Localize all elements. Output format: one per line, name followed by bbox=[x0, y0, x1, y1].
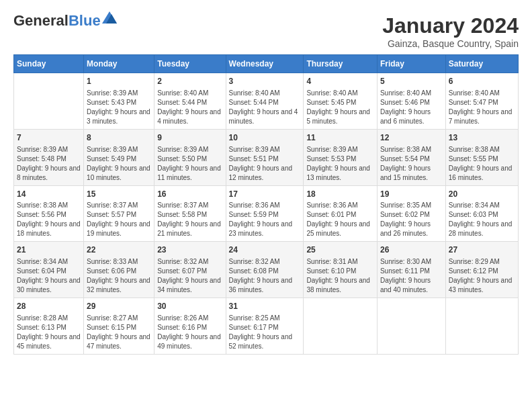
day-cell: 19Sunrise: 8:35 AMSunset: 6:02 PMDayligh… bbox=[377, 185, 445, 242]
header-sunday: Sunday bbox=[14, 55, 84, 73]
day-number: 10 bbox=[229, 132, 301, 144]
sunset: Sunset: 6:08 PM bbox=[229, 267, 301, 276]
daylight: Daylight: 9 hours and 10 minutes. bbox=[87, 164, 151, 183]
daylight: Daylight: 9 hours and 15 minutes. bbox=[380, 164, 443, 183]
day-cell: 9Sunrise: 8:39 AMSunset: 5:50 PMDaylight… bbox=[154, 129, 226, 185]
day-number: 7 bbox=[17, 132, 81, 144]
sunrise: Sunrise: 8:40 AM bbox=[306, 89, 374, 98]
daylight: Daylight: 9 hours and 5 minutes. bbox=[306, 107, 374, 126]
daylight: Daylight: 9 hours and 23 minutes. bbox=[229, 220, 301, 238]
header-saturday: Saturday bbox=[445, 55, 518, 73]
day-cell: 24Sunrise: 8:32 AMSunset: 6:08 PMDayligh… bbox=[226, 242, 304, 298]
sunrise: Sunrise: 8:34 AM bbox=[17, 257, 81, 267]
week-row-5: 28Sunrise: 8:28 AMSunset: 6:13 PMDayligh… bbox=[14, 298, 519, 355]
daylight: Daylight: 9 hours and 11 minutes. bbox=[157, 164, 222, 183]
day-number: 22 bbox=[87, 244, 151, 256]
day-cell: 1Sunrise: 8:39 AMSunset: 5:43 PMDaylight… bbox=[84, 73, 154, 130]
sunset: Sunset: 6:10 PM bbox=[306, 267, 374, 276]
daylight: Daylight: 9 hours and 43 minutes. bbox=[449, 276, 515, 295]
day-cell: 22Sunrise: 8:33 AMSunset: 6:06 PMDayligh… bbox=[84, 242, 154, 298]
header-friday: Friday bbox=[377, 55, 445, 73]
sunset: Sunset: 6:04 PM bbox=[17, 267, 81, 276]
day-cell: 16Sunrise: 8:37 AMSunset: 5:58 PMDayligh… bbox=[154, 185, 226, 242]
day-cell: 2Sunrise: 8:40 AMSunset: 5:44 PMDaylight… bbox=[154, 73, 226, 130]
day-number: 26 bbox=[380, 244, 443, 256]
page-header: GeneralBlue January 2024 Gainza, Basque … bbox=[13, 13, 519, 49]
header-monday: Monday bbox=[84, 55, 154, 73]
day-cell: 17Sunrise: 8:36 AMSunset: 5:59 PMDayligh… bbox=[226, 185, 304, 242]
day-number: 5 bbox=[380, 76, 443, 87]
day-number: 3 bbox=[229, 76, 301, 87]
sunset: Sunset: 6:07 PM bbox=[157, 267, 222, 276]
day-number: 15 bbox=[87, 189, 151, 200]
day-cell: 31Sunrise: 8:25 AMSunset: 6:17 PMDayligh… bbox=[226, 298, 304, 355]
day-number: 29 bbox=[87, 301, 151, 312]
daylight: Daylight: 9 hours and 21 minutes. bbox=[157, 220, 222, 238]
logo-text: GeneralBlue bbox=[13, 13, 101, 28]
sunrise: Sunrise: 8:36 AM bbox=[306, 201, 374, 210]
subtitle: Gainza, Basque Country, Spain bbox=[382, 38, 519, 49]
daylight: Daylight: 9 hours and 19 minutes. bbox=[87, 220, 151, 238]
sunset: Sunset: 5:45 PM bbox=[306, 98, 374, 107]
sunset: Sunset: 5:55 PM bbox=[449, 154, 515, 164]
sunset: Sunset: 6:15 PM bbox=[87, 323, 151, 332]
sunrise: Sunrise: 8:28 AM bbox=[17, 314, 81, 323]
day-cell: 12Sunrise: 8:38 AMSunset: 5:54 PMDayligh… bbox=[377, 129, 445, 185]
week-row-2: 7Sunrise: 8:39 AMSunset: 5:48 PMDaylight… bbox=[14, 129, 519, 185]
sunrise: Sunrise: 8:34 AM bbox=[449, 201, 515, 210]
sunrise: Sunrise: 8:40 AM bbox=[157, 89, 222, 98]
sunset: Sunset: 5:58 PM bbox=[157, 210, 222, 220]
sunrise: Sunrise: 8:39 AM bbox=[87, 89, 151, 98]
day-cell: 13Sunrise: 8:38 AMSunset: 5:55 PMDayligh… bbox=[445, 129, 518, 185]
daylight: Daylight: 9 hours and 12 minutes. bbox=[229, 164, 301, 183]
day-number: 4 bbox=[306, 76, 374, 87]
sunset: Sunset: 5:56 PM bbox=[17, 210, 81, 220]
daylight: Daylight: 9 hours and 8 minutes. bbox=[17, 164, 81, 183]
day-cell: 25Sunrise: 8:31 AMSunset: 6:10 PMDayligh… bbox=[304, 242, 378, 298]
sunset: Sunset: 6:11 PM bbox=[380, 267, 443, 276]
daylight: Daylight: 9 hours and 25 minutes. bbox=[306, 220, 374, 238]
sunrise: Sunrise: 8:40 AM bbox=[380, 89, 443, 98]
day-cell: 26Sunrise: 8:30 AMSunset: 6:11 PMDayligh… bbox=[377, 242, 445, 298]
sunset: Sunset: 6:17 PM bbox=[229, 323, 301, 332]
day-number: 12 bbox=[380, 132, 443, 144]
header-thursday: Thursday bbox=[304, 55, 378, 73]
sunrise: Sunrise: 8:38 AM bbox=[449, 145, 515, 154]
day-number: 1 bbox=[87, 76, 151, 87]
day-number: 28 bbox=[17, 301, 81, 312]
day-number: 24 bbox=[229, 244, 301, 256]
sunset: Sunset: 5:46 PM bbox=[380, 98, 443, 107]
sunrise: Sunrise: 8:39 AM bbox=[17, 145, 81, 154]
day-number: 8 bbox=[87, 132, 151, 144]
day-cell: 21Sunrise: 8:34 AMSunset: 6:04 PMDayligh… bbox=[14, 242, 84, 298]
sunrise: Sunrise: 8:40 AM bbox=[229, 89, 301, 98]
day-cell bbox=[377, 298, 445, 355]
sunrise: Sunrise: 8:25 AM bbox=[229, 314, 301, 323]
daylight: Daylight: 9 hours and 47 minutes. bbox=[87, 332, 151, 351]
sunrise: Sunrise: 8:35 AM bbox=[380, 201, 443, 210]
daylight: Daylight: 9 hours and 26 minutes. bbox=[380, 220, 443, 238]
sunrise: Sunrise: 8:33 AM bbox=[87, 257, 151, 267]
daylight: Daylight: 9 hours and 13 minutes. bbox=[306, 164, 374, 183]
daylight: Daylight: 9 hours and 28 minutes. bbox=[449, 220, 515, 238]
daylight: Daylight: 9 hours and 16 minutes. bbox=[449, 164, 515, 183]
logo: GeneralBlue bbox=[13, 13, 117, 28]
sunset: Sunset: 6:01 PM bbox=[306, 210, 374, 220]
day-cell: 7Sunrise: 8:39 AMSunset: 5:48 PMDaylight… bbox=[14, 129, 84, 185]
day-cell bbox=[14, 73, 84, 130]
calendar-header: Sunday Monday Tuesday Wednesday Thursday… bbox=[14, 55, 519, 73]
day-cell: 5Sunrise: 8:40 AMSunset: 5:46 PMDaylight… bbox=[377, 73, 445, 130]
day-number: 21 bbox=[17, 244, 81, 256]
day-number: 19 bbox=[380, 189, 443, 200]
sunrise: Sunrise: 8:40 AM bbox=[449, 89, 515, 98]
daylight: Daylight: 9 hours and 30 minutes. bbox=[17, 276, 81, 295]
daylight: Daylight: 9 hours and 52 minutes. bbox=[229, 332, 301, 351]
daylight: Daylight: 9 hours and 40 minutes. bbox=[380, 276, 443, 295]
day-cell: 10Sunrise: 8:39 AMSunset: 5:51 PMDayligh… bbox=[226, 129, 304, 185]
sunset: Sunset: 6:02 PM bbox=[380, 210, 443, 220]
week-row-3: 14Sunrise: 8:38 AMSunset: 5:56 PMDayligh… bbox=[14, 185, 519, 242]
daylight: Daylight: 9 hours and 4 minutes. bbox=[229, 107, 301, 126]
day-cell bbox=[445, 298, 518, 355]
day-number: 13 bbox=[449, 132, 515, 144]
daylight: Daylight: 9 hours and 3 minutes. bbox=[87, 107, 151, 126]
